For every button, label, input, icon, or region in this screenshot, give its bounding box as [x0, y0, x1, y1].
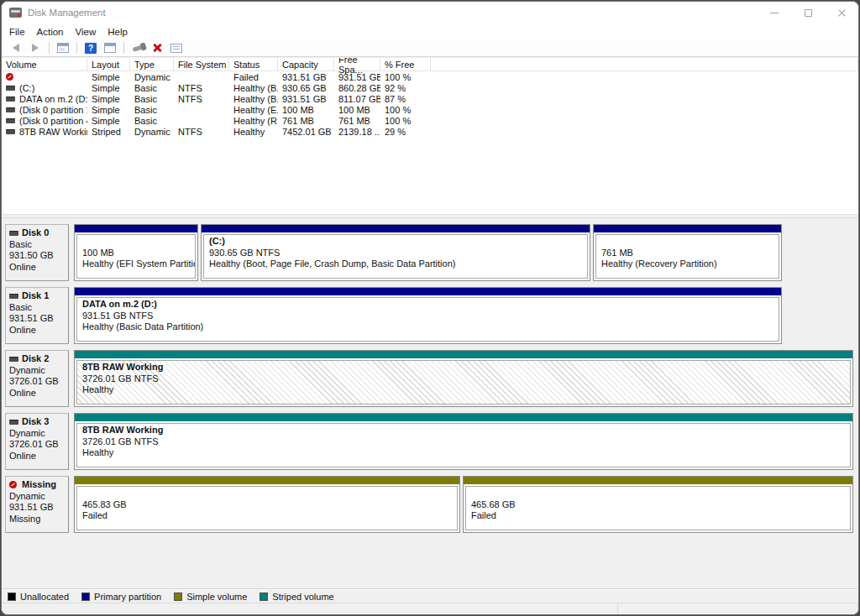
column-header-volume[interactable]: Volume — [2, 58, 87, 71]
disk-kind: Dynamic — [9, 365, 66, 377]
legend-label: Primary partition — [94, 592, 161, 602]
column-header-empty — [431, 58, 858, 71]
volume-pct-free: 92 % — [380, 83, 431, 93]
column-header-capacity[interactable]: Capacity — [278, 58, 334, 71]
disk-name: Disk 2 — [22, 353, 49, 365]
partition-color-bar — [202, 225, 590, 232]
disk-kind: Dynamic — [9, 491, 66, 503]
partition-title — [82, 236, 191, 248]
column-header-status[interactable]: Status — [229, 58, 278, 71]
column-header-free-space[interactable]: Free Spa... — [334, 58, 380, 71]
volume-layout: Simple — [87, 105, 130, 115]
volume-fs: NTFS — [174, 127, 229, 137]
maximize-icon — [805, 9, 812, 17]
partition-data-d[interactable]: DATA on m.2 (D:) 931.51 GB NTFS Healthy … — [74, 287, 782, 344]
properties-button[interactable] — [168, 40, 185, 55]
missing-disk-header[interactable]: Missing Dynamic 931.51 GB Missing — [5, 476, 69, 533]
volume-type: Basic — [130, 116, 174, 126]
partition-color-bar — [594, 225, 781, 232]
volume-pct-free: 29 % — [380, 127, 431, 137]
volume-capacity: 931.51 GB — [278, 94, 334, 104]
disk-size: 3726.01 GB — [9, 376, 66, 388]
table-row[interactable]: DATA on m.2 (D:) Simple Basic NTFS Healt… — [2, 93, 858, 104]
partition-size: 465.83 GB — [82, 499, 454, 511]
window-title: Disk Management — [28, 8, 758, 18]
tool-button[interactable] — [129, 40, 146, 55]
status-pane — [2, 603, 618, 614]
menu-file[interactable]: File — [9, 27, 32, 37]
help-button[interactable]: ? — [82, 40, 99, 55]
column-header-type[interactable]: Type — [130, 58, 174, 71]
toolbar: ? — [2, 39, 858, 57]
disk-size: 3726.01 GB — [9, 439, 66, 451]
maximize-button[interactable] — [791, 2, 825, 23]
properties-icon — [170, 44, 182, 53]
partition-status: Failed — [471, 510, 847, 522]
disk-icon — [9, 357, 18, 362]
disk-icon — [9, 420, 18, 425]
table-row[interactable]: Simple Dynamic Failed 931.51 GB 931.51 G… — [2, 71, 858, 82]
window-controls — [758, 2, 858, 23]
partition-title: 8TB RAW Working — [82, 425, 847, 436]
legend-bar: Unallocated Primary partition Simple vol… — [2, 588, 858, 603]
menu-view[interactable]: View — [76, 27, 103, 37]
disk-kind: Basic — [9, 239, 66, 251]
partition-title — [601, 236, 775, 248]
disk-kind: Basic — [9, 302, 66, 314]
partition-failed-1[interactable]: 465.83 GB Failed — [74, 476, 460, 533]
disk-size: 931.51 GB — [9, 502, 66, 514]
disk-state: Online — [9, 262, 66, 274]
striped-volume-swatch — [260, 593, 268, 601]
disk2-header[interactable]: Disk 2 Dynamic 3726.01 GB Online — [5, 350, 69, 407]
menu-action[interactable]: Action — [37, 27, 71, 37]
volume-free: 811.07 GB — [334, 94, 380, 104]
legend-unallocated: Unallocated — [8, 592, 69, 602]
back-button[interactable] — [8, 40, 24, 55]
tool-icon — [132, 44, 144, 52]
column-header-file-system[interactable]: File System — [174, 58, 229, 71]
volume-capacity: 100 MB — [278, 105, 334, 115]
disk-name: Disk 3 — [22, 416, 49, 428]
partition-status: Failed — [82, 510, 454, 522]
partition-status: Healthy — [82, 384, 847, 396]
table-row[interactable]: (C:) Simple Basic NTFS Healthy (B... 930… — [2, 82, 858, 93]
toolbar-separator — [49, 42, 50, 54]
disk-row-disk3: Disk 3 Dynamic 3726.01 GB Online 8TB RAW… — [5, 413, 855, 470]
partition-failed-2[interactable]: 465.68 GB Failed — [463, 476, 853, 533]
console-tree-button[interactable] — [55, 40, 71, 55]
volume-icon — [6, 129, 15, 134]
table-row[interactable]: (Disk 0 partition 1) Simple Basic Health… — [2, 104, 858, 115]
volume-pct-free: 100 % — [380, 72, 431, 82]
table-row[interactable]: (Disk 0 partition 4) Simple Basic Health… — [2, 115, 858, 126]
partition-8tb-raw[interactable]: 8TB RAW Working 3726.01 GB NTFS Healthy — [74, 413, 853, 470]
forward-button[interactable] — [27, 40, 44, 55]
partition-recovery[interactable]: 761 MB Healthy (Recovery Partition) — [593, 224, 782, 281]
table-row[interactable]: 8TB RAW Working Striped Dynamic NTFS Hea… — [2, 126, 858, 137]
partition-title: DATA on m.2 (D:) — [82, 299, 775, 311]
menu-help[interactable]: Help — [108, 27, 134, 37]
column-header-layout[interactable]: Layout — [87, 58, 130, 71]
volume-pct-free: 100 % — [380, 105, 431, 115]
disk-row-disk0: Disk 0 Basic 931.50 GB Online 100 MB Hea… — [5, 224, 855, 281]
console-window-button[interactable] — [102, 40, 118, 55]
minimize-button[interactable] — [758, 2, 791, 23]
close-button[interactable] — [825, 2, 858, 23]
volume-layout: Simple — [87, 72, 130, 82]
partition-status: Healthy (Basic Data Partition) — [82, 321, 775, 333]
disk-row-disk2: Disk 2 Dynamic 3726.01 GB Online 8TB RAW… — [5, 350, 855, 407]
partition-efi[interactable]: 100 MB Healthy (EFI System Partition) — [74, 224, 198, 281]
partition-8tb-raw-selected[interactable]: 8TB RAW Working 3726.01 GB NTFS Healthy — [74, 350, 853, 407]
disk3-header[interactable]: Disk 3 Dynamic 3726.01 GB Online — [5, 413, 69, 470]
disk0-header[interactable]: Disk 0 Basic 931.50 GB Online — [5, 224, 69, 281]
disk1-header[interactable]: Disk 1 Basic 931.51 GB Online — [5, 287, 69, 344]
volume-free: 100 MB — [334, 105, 380, 115]
volume-status: Healthy (B... — [229, 83, 278, 93]
volume-layout: Simple — [87, 94, 130, 104]
volume-list-header: Volume Layout Type File System Status Ca… — [2, 58, 858, 71]
partition-size: 465.68 GB — [471, 499, 847, 511]
disk-state: Online — [9, 325, 66, 337]
delete-volume-button[interactable] — [149, 40, 165, 55]
partition-c-drive[interactable]: (C:) 930.65 GB NTFS Healthy (Boot, Page … — [201, 224, 590, 281]
primary-partition-swatch — [81, 593, 90, 601]
column-header-pct-free[interactable]: % Free — [380, 58, 431, 71]
